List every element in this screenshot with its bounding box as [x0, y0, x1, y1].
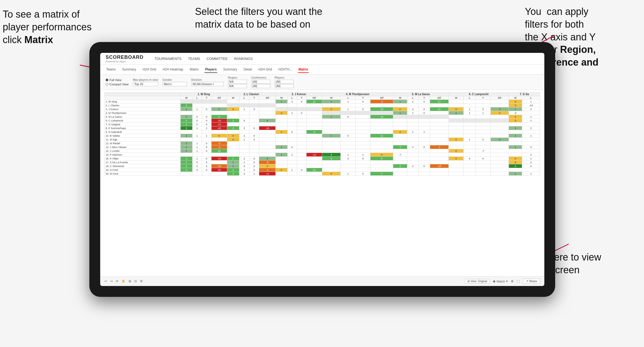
- matrix-cell: 1: [192, 145, 202, 149]
- matrix-cell: 1: [522, 172, 540, 176]
- compact-view-radio[interactable]: Compact View: [106, 83, 129, 86]
- tab-players[interactable]: Players: [204, 66, 217, 73]
- tab-h2hth[interactable]: H2HTH...: [278, 66, 292, 73]
- watch-btn[interactable]: ◉ Watch ▾: [493, 279, 508, 283]
- matrix-cell: [322, 142, 340, 145]
- nav-tournaments[interactable]: TOURNAMENTS: [154, 56, 181, 62]
- full-view-radio[interactable]: Full View: [106, 78, 129, 82]
- matrix-cell: 0: [297, 111, 306, 115]
- players-select1[interactable]: (All): [275, 80, 294, 84]
- matrix-cell: 11: [370, 134, 393, 138]
- matrix-cell: [341, 149, 356, 153]
- redo-btn[interactable]: ↪: [110, 279, 113, 283]
- tab-h2h-grid[interactable]: H2H Grid: [142, 66, 157, 73]
- fullscreen-btn[interactable]: ⛶: [517, 280, 520, 283]
- pan-btn[interactable]: ✋: [122, 279, 125, 283]
- matrix-area[interactable]: 1. W Ding 2. L Clanton 3. J Koivun 4. M …: [100, 90, 544, 276]
- tab-matrix-active[interactable]: Matrix: [298, 66, 308, 73]
- row-player-name: 6. C Lamprecht: [105, 119, 181, 123]
- matrix-cell: [341, 138, 356, 142]
- tab-teams[interactable]: Teams: [106, 66, 116, 73]
- matrix-cell: [418, 149, 430, 153]
- matrix-cell: 0: [449, 107, 464, 111]
- row-player-name: 7. G Sargent: [105, 123, 181, 126]
- matrix-cell: [259, 142, 276, 145]
- matrix-cell: 11: [430, 107, 448, 111]
- matrix-cell: [297, 107, 306, 111]
- conference-select2[interactable]: (All): [251, 84, 270, 88]
- matrix-cell: 1: [249, 172, 259, 176]
- matrix-cell: [306, 111, 322, 115]
- matrix-cell: 0: [509, 160, 522, 164]
- matrix-cell: 0: [249, 157, 259, 160]
- matrix-cell: [464, 164, 476, 168]
- matrix-cell: [227, 104, 239, 107]
- region-select2[interactable]: N/A: [228, 84, 247, 88]
- conference-select1[interactable]: (All): [251, 80, 270, 84]
- matrix-cell: [259, 107, 276, 111]
- matrix-cell: 0: [418, 145, 430, 149]
- tab-h2h-heatmap[interactable]: H2H Heatmap: [162, 66, 184, 73]
- region-select1[interactable]: N/A: [228, 80, 247, 84]
- matrix-cell: [276, 138, 287, 142]
- undo-btn[interactable]: ↩: [105, 279, 107, 283]
- matrix-cell: 1: [227, 160, 239, 164]
- matrix-cell: 3: [522, 145, 540, 149]
- sub-h-l5: L: [407, 96, 419, 100]
- matrix-cell: [341, 119, 356, 123]
- matrix-cell: 1: [509, 145, 522, 149]
- matrix-cell: [227, 123, 239, 126]
- matrix-cell: -45: [211, 126, 227, 130]
- settings-btn[interactable]: ⚙: [140, 279, 143, 283]
- matrix-cell: 5: [464, 157, 476, 160]
- sub-h-t5: T: [418, 96, 430, 100]
- tab-summary2[interactable]: Summary: [223, 66, 238, 73]
- matrix-cell: [356, 138, 370, 142]
- gender-select[interactable]: Men's: [162, 82, 187, 86]
- tab-h2h-grid2[interactable]: H2H Grid: [258, 66, 272, 73]
- zoom-in-btn[interactable]: ⊞: [129, 279, 131, 283]
- matrix-cell: [297, 119, 306, 123]
- view-original-btn[interactable]: ⊞ View: Original: [465, 279, 490, 284]
- matrix-cell: 3: [227, 172, 239, 176]
- matrix-cell: 0: [297, 100, 306, 104]
- matrix-cell: [259, 130, 276, 134]
- matrix-cell: 1: [181, 149, 192, 153]
- refresh-btn[interactable]: ⟳: [116, 279, 118, 283]
- matrix-cell: 0: [393, 130, 407, 134]
- tab-matrix-left[interactable]: Matrix: [189, 66, 199, 73]
- matrix-cell: [239, 142, 249, 145]
- fit-btn[interactable]: ⊡: [134, 279, 137, 283]
- tab-detail[interactable]: Detail: [243, 66, 252, 73]
- max-players-select[interactable]: Top 25: [133, 82, 158, 86]
- matrix-cell: [239, 111, 249, 115]
- matrix-cell: [449, 115, 464, 119]
- matrix-cell: -19: [306, 153, 322, 157]
- players-select2[interactable]: (All): [275, 84, 294, 88]
- matrix-cell: [297, 145, 306, 149]
- matrix-cell: [297, 153, 306, 157]
- matrix-cell: 1: [181, 142, 192, 145]
- grid-btn[interactable]: ⊞: [511, 279, 513, 283]
- matrix-cell: [418, 138, 430, 142]
- matrix-cell: [449, 100, 464, 104]
- matrix-cell: [276, 107, 287, 111]
- nav-committee[interactable]: COMMITTEE: [207, 56, 228, 62]
- matrix-cell: [464, 142, 476, 145]
- share-icon: ↗: [526, 279, 528, 283]
- matrix-cell: [192, 153, 202, 157]
- matrix-cell: [356, 164, 370, 168]
- matrix-cell: [490, 126, 509, 130]
- nav-teams[interactable]: TEAMS: [188, 56, 200, 62]
- tab-summary[interactable]: Summary: [122, 66, 136, 73]
- matrix-cell: [306, 126, 322, 130]
- matrix-cell: [276, 126, 287, 130]
- share-btn[interactable]: ↗ Share: [523, 279, 540, 284]
- sub-h-t1: T: [202, 96, 211, 100]
- matrix-cell: [297, 149, 306, 153]
- matrix-cell: [249, 142, 259, 145]
- division-select[interactable]: NCAA Division I: [191, 82, 224, 86]
- players-label: Players: [275, 76, 294, 79]
- nav-rankings[interactable]: RANKINGS: [234, 56, 253, 62]
- matrix-cell: [509, 153, 522, 157]
